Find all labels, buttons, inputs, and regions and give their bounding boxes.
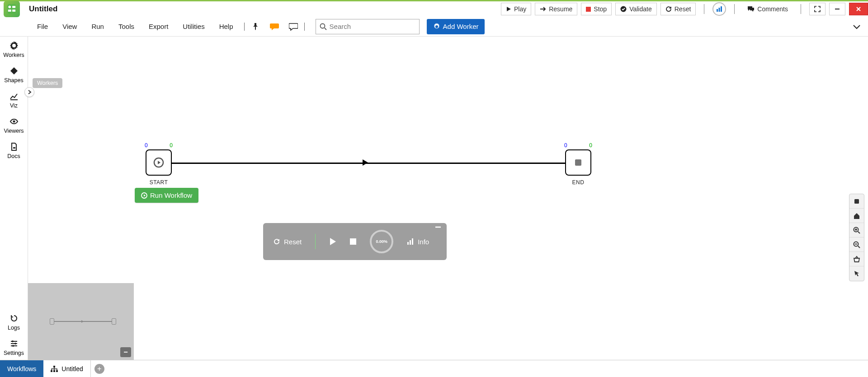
fullscreen-icon: [814, 6, 821, 12]
chevron-down-icon: [853, 24, 861, 29]
line-chart-icon: [9, 92, 19, 101]
play-circle-icon: [141, 192, 147, 199]
home-button[interactable]: [849, 209, 864, 223]
add-worker-button[interactable]: Add Worker: [427, 19, 485, 34]
history-icon: [9, 314, 19, 323]
panel-stop-button[interactable]: [350, 238, 356, 245]
workflow-edge[interactable]: [172, 163, 565, 164]
svg-rect-28: [56, 370, 58, 372]
svg-rect-16: [575, 159, 581, 166]
main-area: Workers Shapes Viz Viewers Docs Logs Set…: [0, 37, 868, 360]
add-tab-button[interactable]: +: [94, 364, 104, 374]
stop-square-icon: [574, 158, 582, 167]
menu-utilities[interactable]: Utilities: [176, 20, 211, 33]
menu-tools[interactable]: Tools: [112, 20, 141, 33]
play-button[interactable]: Play: [501, 3, 531, 15]
sidebar-item-settings[interactable]: Settings: [0, 335, 28, 360]
svg-point-14: [12, 345, 14, 347]
panel-reset-button[interactable]: Reset: [273, 238, 302, 246]
svg-rect-8: [721, 6, 722, 12]
minimap-arrowhead: [81, 320, 84, 323]
chat-outline-button[interactable]: [287, 20, 300, 33]
stats-button[interactable]: [712, 2, 726, 16]
minimize-icon: [834, 6, 840, 12]
sidebar-item-viewers[interactable]: Viewers: [0, 112, 28, 138]
minimap-collapse-button[interactable]: −: [120, 347, 131, 357]
separator: [244, 23, 245, 31]
stop-icon: [586, 7, 591, 12]
panel-play-button[interactable]: [329, 237, 336, 246]
svg-point-12: [12, 340, 14, 342]
minimize-panel-button[interactable]: [435, 226, 441, 228]
home-icon: [853, 212, 860, 219]
minimize-window-button[interactable]: [829, 3, 845, 15]
svg-rect-0: [8, 5, 16, 14]
comments-button[interactable]: Comments: [743, 3, 793, 15]
document-icon: [9, 142, 19, 151]
stop-icon: [350, 238, 356, 245]
reset-icon: [273, 238, 280, 245]
search-box[interactable]: [316, 19, 420, 34]
sidebar-item-docs[interactable]: Docs: [0, 138, 28, 163]
menu-file[interactable]: File: [31, 20, 54, 33]
separator: [304, 23, 305, 31]
run-workflow-button[interactable]: Run Workflow: [135, 188, 198, 203]
collapse-header-button[interactable]: [853, 24, 861, 29]
resume-arrow-icon: [540, 6, 546, 12]
tab-untitled[interactable]: Untitled: [43, 360, 90, 377]
minimap[interactable]: −: [28, 283, 134, 360]
fit-button[interactable]: [849, 194, 864, 209]
fullscreen-button[interactable]: [809, 3, 826, 15]
sidebar-item-viz[interactable]: Viz: [0, 87, 28, 112]
close-window-button[interactable]: [849, 3, 868, 15]
sidebar-item-workers[interactable]: Workers: [0, 37, 28, 62]
minimap-end-node: [112, 318, 116, 325]
basket-button[interactable]: [849, 252, 864, 266]
validate-button[interactable]: Validate: [615, 3, 657, 15]
svg-rect-21: [412, 238, 413, 245]
menu-run[interactable]: Run: [85, 20, 110, 33]
separator: [801, 4, 801, 14]
svg-rect-2: [8, 9, 11, 12]
zoom-in-button[interactable]: [849, 223, 864, 237]
sidebar-item-logs[interactable]: Logs: [0, 309, 28, 335]
sidebar-item-shapes[interactable]: Shapes: [0, 62, 28, 87]
play-icon: [506, 6, 511, 12]
pin-button[interactable]: [249, 20, 262, 33]
start-node[interactable]: 0 0 START: [146, 149, 172, 176]
svg-rect-7: [719, 8, 720, 12]
resume-button[interactable]: Resume: [535, 3, 577, 15]
comments-icon: [747, 6, 755, 12]
status-panel[interactable]: Reset 0.00% Info: [263, 223, 447, 260]
tab-workflows[interactable]: Workflows: [0, 360, 43, 377]
port-count-out: 0: [589, 142, 592, 149]
panel-info-button[interactable]: Info: [407, 238, 429, 246]
reset-button[interactable]: Reset: [660, 3, 696, 15]
search-icon: [320, 23, 327, 30]
zoom-out-icon: [853, 241, 860, 248]
sliders-icon: [9, 339, 19, 348]
end-node-label: END: [572, 179, 585, 186]
zoom-out-button[interactable]: [849, 237, 864, 252]
minimap-start-node: [50, 318, 54, 325]
menu-view[interactable]: View: [56, 20, 83, 33]
diamond-icon: [9, 66, 19, 75]
stop-button[interactable]: Stop: [581, 3, 612, 15]
chat-filled-button[interactable]: [268, 20, 281, 33]
svg-rect-22: [854, 199, 859, 204]
workflow-canvas[interactable]: 0 0 START 0 0 END Run Workflow: [28, 37, 868, 360]
sitemap-icon: [51, 366, 58, 372]
cursor-icon: [853, 270, 860, 277]
svg-rect-19: [407, 242, 409, 245]
port-count-out: 0: [170, 142, 173, 149]
menu-export[interactable]: Export: [142, 20, 175, 33]
menu-help[interactable]: Help: [213, 20, 240, 33]
separator: [704, 4, 704, 14]
svg-rect-27: [53, 370, 55, 372]
pointer-button[interactable]: [849, 266, 864, 281]
end-node[interactable]: 0 0 END: [565, 149, 591, 176]
search-input[interactable]: [330, 23, 415, 30]
port-count-in: 0: [564, 142, 567, 149]
eye-icon: [9, 117, 19, 126]
chat-filled-icon: [270, 23, 279, 31]
